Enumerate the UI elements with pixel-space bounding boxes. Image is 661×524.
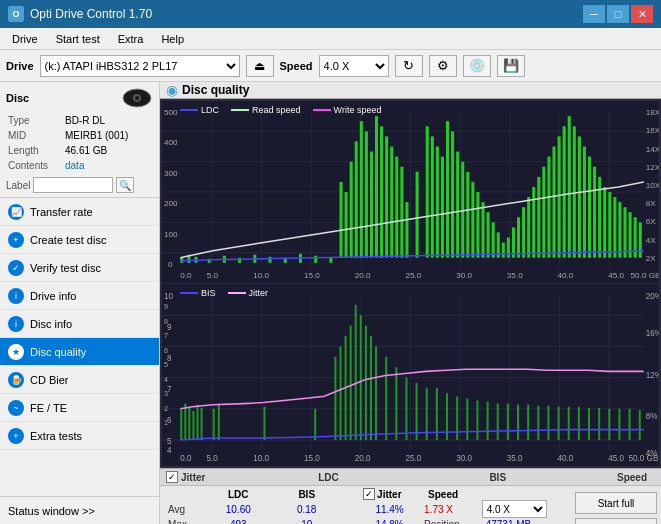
svg-text:6X: 6X	[646, 217, 657, 226]
svg-rect-73	[431, 136, 434, 257]
svg-rect-76	[446, 121, 449, 258]
menu-start-test[interactable]: Start test	[48, 31, 108, 47]
chart1-legend: LDC Read speed Write speed	[180, 105, 381, 115]
disc-info-icon: i	[8, 316, 24, 332]
burn-button[interactable]: 💿	[463, 55, 491, 77]
avg-ldc: 10.60	[202, 500, 274, 518]
disc-quality-icon: ★	[8, 344, 24, 360]
start-full-button[interactable]: Start full	[575, 492, 657, 514]
jitter-col: Jitter	[377, 489, 401, 500]
write-speed-label: Write speed	[334, 105, 382, 115]
svg-text:10: 10	[164, 292, 173, 301]
verify-test-label: Verify test disc	[30, 262, 101, 274]
svg-rect-80	[466, 172, 469, 258]
svg-rect-91	[522, 207, 525, 258]
sidebar-item-create-test-disc[interactable]: + Create test disc	[0, 226, 159, 254]
svg-text:20%: 20%	[646, 292, 659, 301]
minimize-button[interactable]: ─	[583, 5, 605, 23]
sidebar-item-transfer-rate[interactable]: 📈 Transfer rate	[0, 198, 159, 226]
svg-text:10.0: 10.0	[253, 454, 269, 463]
svg-text:7: 7	[164, 331, 168, 340]
length-label: Length	[8, 144, 63, 157]
svg-text:5.0: 5.0	[207, 454, 219, 463]
bis-header: BIS	[416, 472, 579, 483]
refresh-button[interactable]: ↻	[395, 55, 423, 77]
svg-rect-101	[573, 126, 576, 257]
chart-ldc: 500 400 300 200 100 0 18X 16X 14X 12X 10…	[162, 101, 659, 283]
close-button[interactable]: ✕	[631, 5, 653, 23]
svg-text:4: 4	[164, 375, 168, 384]
settings-button[interactable]: ⚙	[429, 55, 457, 77]
avg-speed: 1.73 X	[420, 500, 482, 518]
extra-tests-icon: +	[8, 428, 24, 444]
col-ldc: LDC	[202, 488, 274, 500]
svg-rect-63	[370, 152, 373, 258]
label-search-button[interactable]: 🔍	[116, 177, 134, 193]
speed-select[interactable]: 4.0 X	[319, 55, 389, 77]
svg-rect-93	[532, 187, 535, 258]
sidebar-item-extra-tests[interactable]: + Extra tests	[0, 422, 159, 450]
svg-rect-196	[527, 405, 529, 440]
svg-text:18X: 18X	[646, 108, 659, 117]
svg-rect-95	[542, 167, 545, 258]
main-area: Disc Type BD-R DL MID MEIRB1 (001) Lengt	[0, 82, 661, 524]
svg-rect-75	[441, 157, 444, 258]
menu-help[interactable]: Help	[153, 31, 192, 47]
svg-rect-189	[456, 396, 458, 440]
svg-rect-111	[624, 207, 627, 258]
sidebar-item-fe-te[interactable]: ~ FE / TE	[0, 394, 159, 422]
svg-text:4X: 4X	[646, 236, 657, 245]
ldc-label: LDC	[201, 105, 219, 115]
svg-rect-100	[568, 116, 571, 258]
svg-rect-104	[588, 157, 591, 258]
svg-rect-81	[471, 182, 474, 258]
svg-rect-169	[213, 409, 215, 440]
svg-rect-99	[563, 126, 566, 257]
speed-select-stats[interactable]: 4.0 X	[482, 500, 547, 518]
svg-rect-201	[578, 407, 580, 440]
menu-extra[interactable]: Extra	[110, 31, 152, 47]
svg-rect-173	[334, 357, 336, 440]
svg-text:16%: 16%	[646, 329, 659, 338]
fe-te-label: FE / TE	[30, 402, 67, 414]
cd-bier-label: CD Bier	[30, 374, 69, 386]
mid-label: MID	[8, 129, 63, 142]
eject-button[interactable]: ⏏	[246, 55, 274, 77]
svg-rect-79	[461, 162, 464, 258]
disc-header: Disc	[6, 88, 153, 108]
svg-rect-193	[497, 404, 499, 440]
status-window-button[interactable]: Status window >>	[0, 496, 159, 524]
svg-rect-69	[400, 167, 403, 258]
sidebar-item-disc-info[interactable]: i Disc info	[0, 310, 159, 338]
svg-rect-172	[314, 409, 316, 440]
svg-rect-55	[314, 256, 317, 263]
start-part-button[interactable]: Start part	[575, 518, 657, 524]
jitter-checkbox[interactable]: ✓	[166, 471, 178, 483]
svg-text:45.0: 45.0	[608, 454, 624, 463]
jitter-check[interactable]: ✓	[363, 488, 375, 500]
svg-text:45.0: 45.0	[608, 271, 624, 280]
maximize-button[interactable]: □	[607, 5, 629, 23]
menu-drive[interactable]: Drive	[4, 31, 46, 47]
svg-rect-64	[375, 116, 378, 258]
extra-tests-label: Extra tests	[30, 430, 82, 442]
svg-rect-163	[180, 409, 182, 440]
type-value: BD-R DL	[65, 114, 151, 127]
svg-rect-71	[416, 172, 419, 258]
svg-rect-68	[395, 157, 398, 258]
drive-select[interactable]: (k:) ATAPI iHBS312 2 PL17	[40, 55, 240, 77]
svg-text:8%: 8%	[646, 412, 658, 421]
sidebar-item-verify-test-disc[interactable]: ✓ Verify test disc	[0, 254, 159, 282]
svg-rect-194	[507, 404, 509, 440]
sidebar-item-drive-info[interactable]: i Drive info	[0, 282, 159, 310]
stats-header: ✓ Jitter LDC BIS Speed	[160, 469, 661, 485]
sidebar-item-cd-bier[interactable]: 🍺 CD Bier	[0, 366, 159, 394]
svg-rect-164	[184, 404, 186, 440]
svg-rect-90	[517, 217, 520, 257]
save-button[interactable]: 💾	[497, 55, 525, 77]
max-jitter: 14.8%	[359, 518, 420, 524]
svg-rect-176	[350, 326, 352, 440]
sidebar-item-disc-quality[interactable]: ★ Disc quality	[0, 338, 159, 366]
svg-rect-195	[517, 405, 519, 440]
disc-label-input[interactable]	[33, 177, 113, 193]
